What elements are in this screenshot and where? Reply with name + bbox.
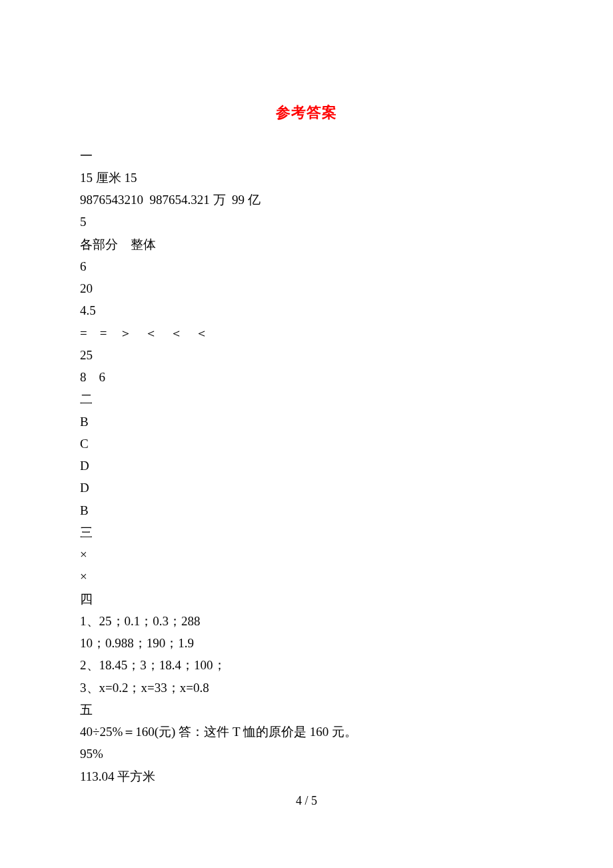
answer-line: × xyxy=(80,543,533,565)
answer-line: 1、25；0.1；0.3；288 xyxy=(80,610,533,632)
answer-line: 20 xyxy=(80,277,533,299)
section-three-heading: 三 xyxy=(80,521,533,543)
page-content: 参考答案 一 15 厘米 15 9876543210 987654.321 万 … xyxy=(0,0,613,787)
answer-line: 25 xyxy=(80,344,533,366)
answer-line: D xyxy=(80,477,533,499)
answer-line: B xyxy=(80,411,533,433)
answer-line: = = ＞ ＜ ＜ ＜ xyxy=(80,322,533,344)
answer-line: 40÷25%＝160(元) 答：这件 T 恤的原价是 160 元。 xyxy=(80,721,533,743)
answer-line: 113.04 平方米 xyxy=(80,765,533,787)
answer-line: D xyxy=(80,455,533,477)
section-one-heading: 一 xyxy=(80,145,533,167)
answer-line: 2、18.45；3；18.4；100； xyxy=(80,654,533,676)
answer-line: B xyxy=(80,499,533,521)
section-five-heading: 五 xyxy=(80,699,533,721)
answer-line: 5 xyxy=(80,211,533,233)
answer-line: 10；0.988；190；1.9 xyxy=(80,632,533,654)
answer-line: 95% xyxy=(80,743,533,765)
answer-line: 各部分 整体 xyxy=(80,233,533,255)
section-four-heading: 四 xyxy=(80,588,533,610)
page-number: 4 / 5 xyxy=(0,794,613,808)
section-two-heading: 二 xyxy=(80,388,533,410)
answer-line: 8 6 xyxy=(80,366,533,388)
answer-key-title: 参考答案 xyxy=(80,100,533,126)
answer-line: 6 xyxy=(80,255,533,277)
answer-line: 3、x=0.2；x=33；x=0.8 xyxy=(80,677,533,699)
answer-line: × xyxy=(80,565,533,587)
answer-line: 15 厘米 15 xyxy=(80,167,533,189)
answer-line: 4.5 xyxy=(80,299,533,321)
answer-line: 9876543210 987654.321 万 99 亿 xyxy=(80,189,533,211)
answer-line: C xyxy=(80,433,533,455)
